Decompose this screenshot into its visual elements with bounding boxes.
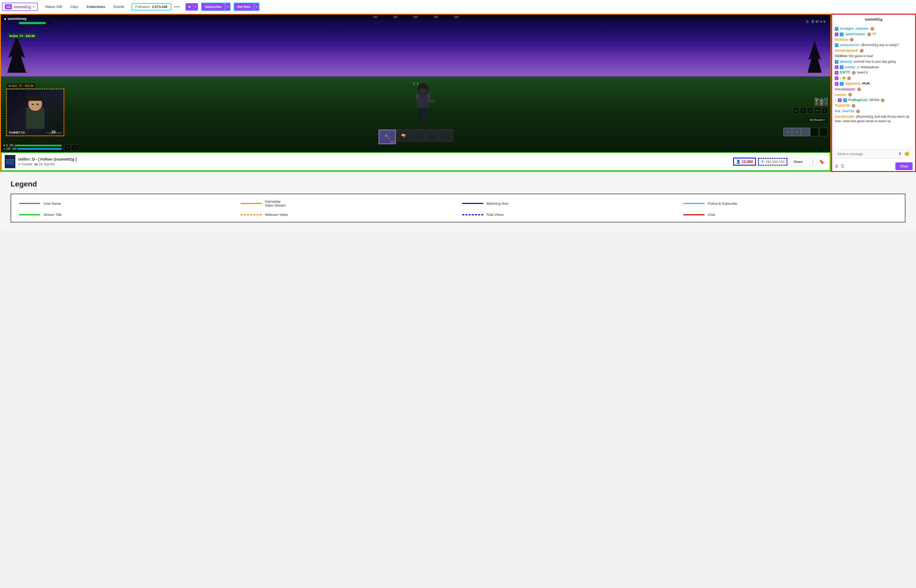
total-views: 👁 191,200,742 xyxy=(758,158,787,166)
chat-username[interactable]: Xygeneral: xyxy=(845,82,861,86)
hp-bar-fill xyxy=(15,145,61,146)
more-options-button[interactable]: ••• xyxy=(172,3,183,10)
more-button[interactable]: ⋮ xyxy=(809,158,817,166)
legend-item-username: User Name xyxy=(19,199,233,207)
legend-item-chat: Chat xyxy=(683,213,897,216)
legend-grid: User Name GameplayVideo Stream Watching … xyxy=(19,199,897,216)
tab-videos[interactable]: Videos 338 xyxy=(41,3,66,10)
legend-label-stream-title: Stream Title xyxy=(44,213,61,216)
legend-item-follow-subscribe: Follow & Subscribe xyxy=(683,199,897,207)
chat-header: summit1g xyxy=(832,15,915,24)
heart-btn-group: ♥ ▾ xyxy=(186,3,198,11)
chat-send-button[interactable]: Chat xyxy=(895,162,913,170)
mat-2: 🪨0 xyxy=(819,99,824,106)
chat-username[interactable]: : xyxy=(840,76,841,80)
badge-twitch: T xyxy=(835,44,838,47)
subscribe-button[interactable]: Subscribe xyxy=(201,3,225,11)
badge-twitch: T xyxy=(835,60,838,64)
chat-username[interactable]: fear_less712: xyxy=(835,109,855,113)
chat-username[interactable]: Titan3736: xyxy=(835,104,850,107)
channel-logo[interactable]: 1G summit1g ✓ xyxy=(2,3,38,11)
heart-button[interactable]: ♥ xyxy=(186,3,193,11)
chat-message: S : 😊 xyxy=(835,76,913,81)
keybinds-row: Q C ⬡ F4 T xyxy=(793,107,828,114)
get-bits-button[interactable]: Get Bits xyxy=(234,3,254,11)
stream-title: chillin! :D - [ Follow @summit1g ] xyxy=(18,157,733,162)
badge-twitch: T xyxy=(835,27,838,31)
total-views-text: 191,200,742 xyxy=(765,160,785,164)
video-frame[interactable]: 240 255 285 300 330 ◄ summitoneg xyxy=(1,15,830,152)
settings-icon[interactable]: ⚙ xyxy=(835,164,838,169)
bookmark-button[interactable]: 🔖 xyxy=(817,158,827,166)
tag-game[interactable]: ⚙ Fortnite xyxy=(18,162,32,166)
viewer-count: 👤 12,092 xyxy=(733,158,756,166)
stream-info-text: chillin! :D - [ Follow @summit1g ] ⚙ For… xyxy=(18,157,733,166)
legend-label-total-views: Total Views xyxy=(486,213,504,216)
chat-message: fear_less712: xyxy=(835,109,913,113)
share-button[interactable]: Share xyxy=(790,158,807,166)
chat-message: S T Xygeneral: 🎮🎮 xyxy=(835,81,913,86)
tab-events[interactable]: Events xyxy=(110,3,128,10)
hud-players: 👤 97 ☠ 0 xyxy=(811,20,825,23)
stream-right-info: 👤 12,092 👁 191,200,742 Share ⋮ xyxy=(733,158,817,166)
subscribe-dropdown-button[interactable]: ▾ xyxy=(225,3,230,11)
chat-username[interactable]: Luenas: xyxy=(835,93,847,97)
chat-username[interactable]: zerojigen_neptune: xyxy=(840,27,869,31)
chat-username[interactable]: zuccccccccc: xyxy=(840,43,860,47)
chat-username[interactable]: JawnCracker: xyxy=(845,32,866,36)
webcam-footer: SUMMIT1G 23 CYBERPOWER xyxy=(7,134,63,136)
active-weapon-primary: 🔨 13 r xyxy=(379,129,396,144)
svg-rect-7 xyxy=(426,100,435,102)
chat-username[interactable]: crookz_o: xyxy=(845,65,860,69)
game-thumbnail[interactable]: FORTNITE BATTLE ROYALE xyxy=(5,155,15,168)
chat-username[interactable]: macr0smatic: xyxy=(835,115,855,118)
chat-username[interactable]: D3FTT: xyxy=(840,71,850,74)
chat-input[interactable] xyxy=(837,152,896,156)
keybind-q: Q xyxy=(793,107,799,114)
streamer-eyes xyxy=(32,104,39,105)
active-weapons: 🔨 13 r 🔫 xyxy=(379,129,453,144)
weapon-slot-empty-2 xyxy=(425,129,439,142)
legend-item-watching: Watching Now xyxy=(462,199,676,207)
tab-clips[interactable]: Clips xyxy=(67,3,82,10)
badge-sub: S xyxy=(835,65,838,69)
chat-username[interactable]: FroMageLUL: xyxy=(848,98,869,102)
keybind-shield: ⬡ xyxy=(807,107,814,114)
emote-face xyxy=(881,99,885,102)
chat-username[interactable]: NickOstx xyxy=(835,38,848,42)
keybind-x: X xyxy=(64,144,71,151)
heart-dropdown-button[interactable]: ▾ xyxy=(193,3,198,11)
emote-icon[interactable]: 😊 xyxy=(904,151,910,157)
chat-input-area: ⬆ 😊 xyxy=(832,147,915,161)
weapon-slot-empty-1 xyxy=(411,129,424,142)
back-arrow[interactable]: ◄ xyxy=(3,17,6,21)
emote-face xyxy=(848,93,852,97)
send-icon[interactable]: ⬆ xyxy=(898,151,902,157)
tag-team[interactable]: 🎮 1G SQUAD xyxy=(34,162,55,166)
legend-line-gameplay xyxy=(241,203,262,204)
webcam-label: 0c3lot_TV : $10.00 xyxy=(7,84,35,88)
chat-username[interactable]: Gromongulus4: xyxy=(835,48,858,52)
chat-username[interactable]: absenty: xyxy=(840,60,853,63)
mat-1: 🪵0 xyxy=(814,99,819,106)
weapon-slot-2: ⬥ xyxy=(792,128,801,136)
get-bits-btn-group: Get Bits ▾ xyxy=(234,3,260,11)
get-bits-dropdown-button[interactable]: ▾ xyxy=(254,3,259,11)
chat-username[interactable]: teacupppppp: xyxy=(835,87,856,91)
donation-text: 0c3lot_TV : $10.00 xyxy=(10,34,35,37)
ruler: 240 255 285 300 330 xyxy=(1,15,830,19)
svg-rect-5 xyxy=(416,94,418,99)
webcam-overlay: 0c3lot_TV : $10.00 xyxy=(6,89,64,136)
tab-collections[interactable]: Collections xyxy=(83,3,109,10)
hp-bar-bg xyxy=(15,145,61,146)
followers-section: Followers 2,573,446 xyxy=(131,3,171,10)
badge-sub: S xyxy=(835,76,838,80)
list-icon[interactable]: ☰ xyxy=(841,164,844,169)
chat-message: T zerojigen_neptune: xyxy=(835,26,913,31)
legend-item-stream-title: Stream Title xyxy=(19,213,233,216)
emote-face xyxy=(857,87,861,91)
badge-twitch: T xyxy=(840,32,843,36)
followers-count: 2,573,446 xyxy=(152,5,168,9)
chat-username[interactable]: OGMink: xyxy=(835,54,848,58)
webcam-content xyxy=(7,89,63,134)
